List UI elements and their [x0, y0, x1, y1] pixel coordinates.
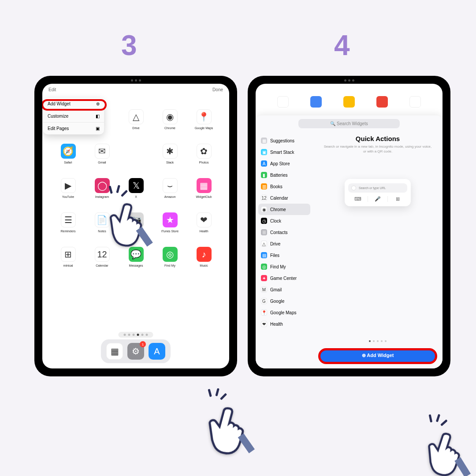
app-google-maps[interactable]: 📍Google Maps: [187, 102, 221, 137]
app-blank: [119, 137, 153, 171]
app-photos[interactable]: ✿Photos: [187, 137, 221, 171]
game-center-icon: ✦: [261, 275, 267, 281]
widget-subtitle: Search or navigate in a new tab, in Inco…: [320, 145, 435, 154]
bg-app-icon: [277, 96, 289, 108]
widget-actions: ⌨ 🎤 ⊞: [348, 196, 407, 202]
app-store-icon: A: [261, 160, 267, 167]
sidebar-item-calendar[interactable]: 12Calendar: [256, 192, 313, 204]
dock-app-calculator[interactable]: ▦: [106, 343, 123, 360]
dock: ▦ ⚙1 A: [101, 339, 171, 363]
app-youtube[interactable]: ▶YouTube: [51, 171, 85, 205]
sidebar-item-batteries[interactable]: ▮Batteries: [256, 169, 313, 181]
widget-pager: [313, 340, 443, 342]
qr-icon: ⊞: [388, 196, 407, 202]
google-icon: G: [261, 298, 267, 304]
tap-cursor-icon: [197, 399, 263, 466]
sidebar-item-clock[interactable]: ◷Clock: [256, 215, 313, 227]
batteries-icon: ▮: [261, 172, 267, 178]
chrome-icon: [351, 186, 356, 190]
menu-edit-pages[interactable]: Edit Pages▣: [43, 123, 104, 134]
drive-icon: △: [261, 241, 267, 247]
app-drive[interactable]: △Drive: [119, 102, 153, 137]
files-icon: ▤: [261, 252, 267, 258]
ipad-step-4: 🔍 Search Widgets ▦Suggestions▣Smart Stac…: [248, 76, 450, 376]
sidebar-item-gmail[interactable]: MGmail: [256, 284, 313, 295]
app-health[interactable]: ❤Health: [187, 205, 221, 240]
customize-icon: ◧: [96, 114, 100, 119]
sidebar-item-find-my[interactable]: ◎Find My: [256, 261, 313, 272]
camera-notch: [123, 79, 149, 83]
sidebar-item-contacts[interactable]: ☰Contacts: [256, 227, 313, 238]
bg-app-icon: [310, 96, 322, 108]
gmail-icon: M: [261, 286, 267, 293]
chrome-icon: ◉: [261, 206, 267, 212]
menu-customize[interactable]: Customize◧: [43, 110, 104, 123]
calendar-icon: 12: [261, 195, 267, 201]
sidebar-item-files[interactable]: ▤Files: [256, 249, 313, 261]
app-widgetclub[interactable]: ▦WidgetClub: [187, 171, 221, 205]
dock-app-settings[interactable]: ⚙1: [127, 343, 144, 360]
page-dots: [119, 332, 153, 338]
edit-label[interactable]: Edit: [48, 87, 56, 92]
pages-icon: ▣: [96, 126, 100, 131]
health-icon: ❤: [261, 321, 267, 327]
sidebar-item-google[interactable]: GGoogle: [256, 295, 313, 307]
sidebar-item-game-center[interactable]: ✦Game Center: [256, 272, 313, 284]
camera-notch: [336, 79, 362, 83]
sidebar-item-google-maps[interactable]: 📍Google Maps: [256, 307, 313, 318]
bg-app-icon: [343, 96, 355, 108]
sidebar-item-suggestions[interactable]: ▦Suggestions: [256, 135, 313, 146]
sidebar-item-health[interactable]: ❤Health: [256, 318, 313, 330]
widget-search-bar: Search or type URL: [348, 183, 407, 193]
highlight-ring: [318, 348, 437, 364]
sidebar-item-smart-stack[interactable]: ▣Smart Stack: [256, 146, 313, 158]
chrome-widget-preview[interactable]: Search or type URL ⌨ 🎤 ⊞: [345, 179, 411, 206]
incognito-icon: ⌨: [348, 196, 368, 202]
step-number-3: 3: [121, 29, 137, 62]
sidebar-item-chrome[interactable]: ◉Chrome: [258, 204, 310, 215]
sidebar-item-drive[interactable]: △Drive: [256, 238, 313, 249]
contacts-icon: ☰: [261, 229, 267, 235]
voice-icon: 🎤: [368, 196, 388, 202]
step-number-4: 4: [334, 29, 350, 62]
suggestions-icon: ▦: [261, 138, 267, 144]
app-safari[interactable]: 🧭Safari: [51, 137, 85, 171]
dock-app-appstore[interactable]: A: [149, 343, 165, 360]
widget-title: Quick Actions: [320, 135, 435, 142]
highlight-ring: [42, 99, 107, 111]
find-my-icon: ◎: [261, 264, 267, 270]
app-amazon[interactable]: ⌣Amazon: [153, 171, 187, 205]
app-reminders[interactable]: ☰Reminders: [51, 205, 85, 240]
done-button[interactable]: Done: [212, 87, 223, 92]
books-icon: ▥: [261, 183, 267, 190]
clock-icon: ◷: [261, 218, 267, 224]
bg-app-icon: [376, 96, 388, 108]
widget-preview-pane: Quick Actions Search or navigate in a ne…: [313, 115, 443, 368]
smart-stack-icon: ▣: [261, 149, 267, 155]
blurred-home: [256, 96, 443, 108]
app-gmail[interactable]: ✉Gmail: [85, 137, 119, 171]
google-maps-icon: 📍: [261, 309, 267, 316]
app-minical[interactable]: ⊞minical: [51, 240, 85, 274]
widget-sheet: 🔍 Search Widgets ▦Suggestions▣Smart Stac…: [256, 115, 443, 368]
sidebar-item-app-store[interactable]: AApp Store: [256, 158, 313, 169]
badge: 1: [140, 341, 146, 347]
bg-app-icon: [409, 96, 421, 108]
app-chrome[interactable]: ◉Chrome: [153, 102, 187, 137]
app-find-my[interactable]: ◎Find My: [153, 240, 187, 274]
edit-toolbar: Edit Done: [42, 84, 229, 96]
sidebar-item-books[interactable]: ▥Books: [256, 181, 313, 192]
widget-source-list: ▦Suggestions▣Smart StackAApp Store▮Batte…: [256, 115, 313, 368]
app-slack[interactable]: ✱Slack: [153, 137, 187, 171]
app-music[interactable]: ♪Music: [187, 240, 221, 274]
tap-cursor-icon: [416, 425, 476, 476]
widget-gallery-screen: 🔍 Search Widgets ▦Suggestions▣Smart Stac…: [256, 84, 443, 368]
